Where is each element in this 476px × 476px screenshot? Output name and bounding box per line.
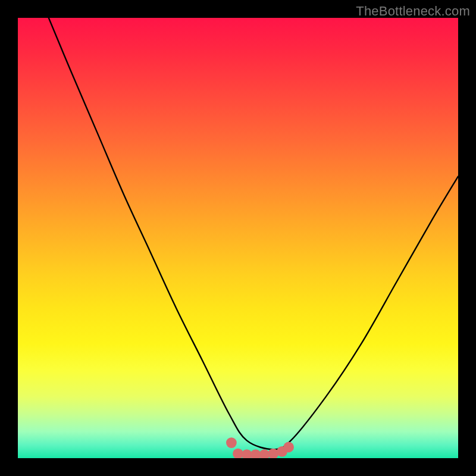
bottleneck-curve-line (49, 18, 458, 449)
chart-svg (18, 18, 458, 458)
watermark-text: TheBottleneck.com (356, 4, 470, 19)
plot-area (18, 18, 458, 458)
sweet-spot-marker (283, 442, 294, 453)
chart-frame: TheBottleneck.com (0, 0, 476, 476)
sweet-spot-marker (226, 437, 237, 448)
